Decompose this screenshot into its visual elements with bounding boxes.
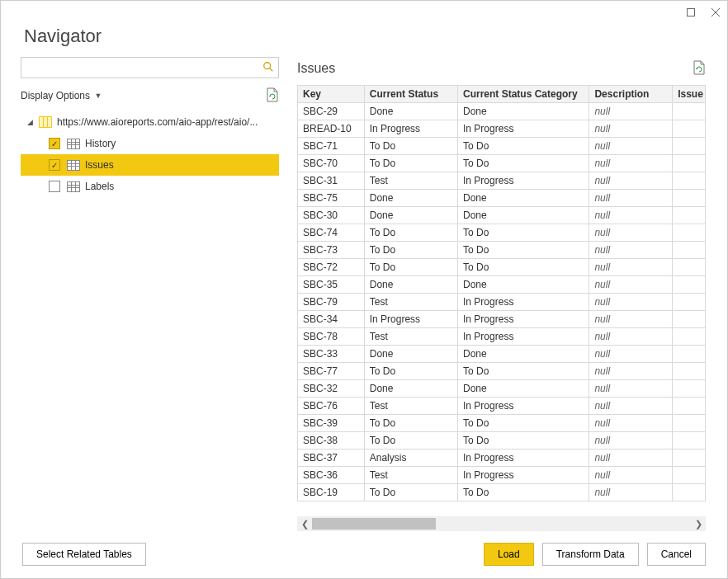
display-options-dropdown[interactable]: Display Options ▼ xyxy=(21,90,102,101)
search-icon[interactable] xyxy=(258,61,278,75)
table-row[interactable]: SBC-74To DoTo Donull xyxy=(298,224,706,242)
table-row[interactable]: SBC-77To DoTo Donull xyxy=(298,363,706,380)
cell-issue-id xyxy=(673,346,706,363)
cell-current-status-category: In Progress xyxy=(458,294,589,311)
cell-key: SBC-70 xyxy=(298,155,365,172)
column-header-description[interactable]: Description xyxy=(589,86,673,103)
table-row[interactable]: SBC-19To DoTo Donull xyxy=(298,484,706,501)
table-row[interactable]: SBC-71To DoTo Donull xyxy=(298,138,706,155)
scroll-left-arrow-icon[interactable]: ❮ xyxy=(297,519,312,530)
cell-current-status: Test xyxy=(364,328,457,346)
transform-data-button[interactable]: Transform Data xyxy=(542,543,639,566)
cell-key: SBC-31 xyxy=(298,172,365,190)
cell-description: null xyxy=(589,276,673,294)
cell-issue-id xyxy=(673,467,706,484)
table-row[interactable]: SBC-32DoneDonenull xyxy=(298,380,706,398)
table-row[interactable]: SBC-73To DoTo Donull xyxy=(298,242,706,259)
cell-description: null xyxy=(589,190,673,207)
tree-item-labels[interactable]: Labels xyxy=(21,176,279,197)
table-row[interactable]: SBC-72To DoTo Donull xyxy=(298,259,706,276)
cell-current-status: Test xyxy=(364,172,457,190)
cell-current-status-category: To Do xyxy=(458,138,589,155)
table-row[interactable]: SBC-29DoneDonenull xyxy=(298,103,706,120)
scroll-right-arrow-icon[interactable]: ❯ xyxy=(691,519,706,530)
svg-rect-0 xyxy=(688,9,695,16)
table-row[interactable]: SBC-35DoneDonenull xyxy=(298,276,706,294)
export-icon[interactable] xyxy=(693,60,706,78)
cell-description: null xyxy=(589,398,673,415)
cell-current-status-category: In Progress xyxy=(458,450,589,467)
table-row[interactable]: SBC-75DoneDonenull xyxy=(298,190,706,207)
cell-description: null xyxy=(589,311,673,328)
cancel-button[interactable]: Cancel xyxy=(647,543,706,566)
expand-collapse-icon[interactable]: ◢ xyxy=(27,118,35,126)
table-row[interactable]: SBC-79TestIn Progressnull xyxy=(298,294,706,311)
cell-description: null xyxy=(589,259,673,276)
table-row[interactable]: SBC-37AnalysisIn Progressnull xyxy=(298,450,706,467)
cell-description: null xyxy=(589,484,673,501)
checkbox[interactable] xyxy=(49,181,60,192)
refresh-icon[interactable] xyxy=(266,87,279,105)
cell-current-status-category: Done xyxy=(458,207,589,224)
cell-current-status: To Do xyxy=(364,415,457,432)
cell-key: SBC-37 xyxy=(298,450,365,467)
cell-key: SBC-35 xyxy=(298,276,365,294)
tree-item-history[interactable]: History xyxy=(21,133,279,154)
cell-current-status-category: In Progress xyxy=(458,311,589,328)
cell-issue-id xyxy=(673,242,706,259)
preview-table[interactable]: Key Current Status Current Status Catego… xyxy=(297,85,706,501)
table-row[interactable]: SBC-78TestIn Progressnull xyxy=(298,328,706,346)
horizontal-scrollbar[interactable]: ❮ ❯ xyxy=(297,516,706,531)
cell-key: SBC-76 xyxy=(298,398,365,415)
cell-key: SBC-77 xyxy=(298,363,365,380)
cell-current-status: Done xyxy=(364,346,457,363)
chevron-down-icon: ▼ xyxy=(94,92,102,100)
cell-issue-id xyxy=(673,120,706,138)
column-header-current-status-category[interactable]: Current Status Category xyxy=(458,86,589,103)
cell-current-status-category: Done xyxy=(458,380,589,398)
table-row[interactable]: SBC-31TestIn Progressnull xyxy=(298,172,706,190)
table-icon xyxy=(67,181,80,192)
column-header-current-status[interactable]: Current Status xyxy=(364,86,457,103)
cell-current-status: To Do xyxy=(364,432,457,450)
column-header-key[interactable]: Key xyxy=(298,86,365,103)
table-row[interactable]: SBC-30DoneDonenull xyxy=(298,207,706,224)
table-row[interactable]: SBC-36TestIn Progressnull xyxy=(298,467,706,484)
tree-root-datasource[interactable]: ◢ https://www.aioreports.com/aio-app/res… xyxy=(21,111,279,133)
close-icon[interactable] xyxy=(711,7,721,17)
checkbox[interactable] xyxy=(49,138,60,149)
svg-point-3 xyxy=(264,62,271,68)
table-row[interactable]: SBC-39To DoTo Donull xyxy=(298,415,706,432)
checkbox[interactable] xyxy=(49,159,60,171)
cell-key: SBC-72 xyxy=(298,259,365,276)
cell-description: null xyxy=(589,467,673,484)
maximize-icon[interactable] xyxy=(686,7,696,17)
search-box[interactable] xyxy=(21,57,279,78)
table-row[interactable]: BREAD-10In ProgressIn Progressnull xyxy=(298,120,706,138)
cell-key: SBC-73 xyxy=(298,242,365,259)
cell-current-status-category: In Progress xyxy=(458,467,589,484)
table-row[interactable]: SBC-33DoneDonenull xyxy=(298,346,706,363)
search-input[interactable] xyxy=(21,58,258,78)
table-row[interactable]: SBC-34In ProgressIn Progressnull xyxy=(298,311,706,328)
cell-current-status-category: In Progress xyxy=(458,172,589,190)
load-button[interactable]: Load xyxy=(484,543,534,566)
cell-issue-id xyxy=(673,155,706,172)
svg-line-4 xyxy=(270,68,273,71)
cell-current-status: In Progress xyxy=(364,120,457,138)
select-related-tables-button[interactable]: Select Related Tables xyxy=(22,543,146,566)
table-row[interactable]: SBC-70To DoTo Donull xyxy=(298,155,706,172)
table-row[interactable]: SBC-38To DoTo Donull xyxy=(298,432,706,450)
horizontal-scroll-thumb[interactable] xyxy=(312,518,436,530)
table-row[interactable]: SBC-76TestIn Progressnull xyxy=(298,398,706,415)
cell-current-status-category: Done xyxy=(458,346,589,363)
column-header-issue-id[interactable]: Issue ID xyxy=(673,86,706,103)
cell-current-status-category: To Do xyxy=(458,259,589,276)
cell-description: null xyxy=(589,120,673,138)
display-options-label: Display Options xyxy=(21,90,90,101)
tree-item-label: Issues xyxy=(85,159,114,171)
tree-item-issues[interactable]: Issues xyxy=(21,154,279,176)
cell-description: null xyxy=(589,138,673,155)
cell-issue-id xyxy=(673,294,706,311)
cell-current-status-category: To Do xyxy=(458,432,589,450)
